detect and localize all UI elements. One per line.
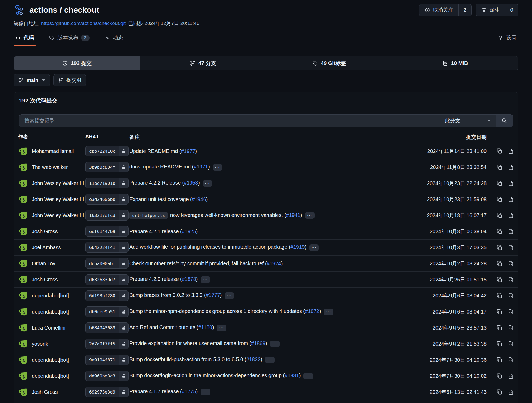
commit-sha-button[interactable]: de5a000abf [85,258,129,269]
tab-settings[interactable]: 设置 [496,31,518,46]
commit-sha-button[interactable]: cbb722410c [85,146,129,156]
fork-button[interactable]: 派生 0 [476,4,518,16]
commit-sha-button[interactable]: db0cee9a51 [85,306,129,317]
copy-sha-button[interactable] [496,196,503,202]
copy-sha-button[interactable] [496,341,503,347]
pr-link[interactable]: #1878 [182,276,196,282]
pr-link[interactable]: #1831 [285,372,299,378]
commit-author-cell[interactable]: Joel Ambass [18,243,85,252]
commit-sha-button[interactable]: dd960bd3c3 [85,371,129,381]
commit-sha-button[interactable]: 6d193bf280 [85,290,129,301]
more-button[interactable]: ··· [217,325,226,331]
commit-author-cell[interactable]: John Wesley Walker III [18,195,85,204]
browse-source-button[interactable] [508,373,514,379]
pr-link[interactable]: #1775 [182,389,196,394]
more-button[interactable]: ··· [324,309,333,315]
commit-author-cell[interactable]: Josh Gross [18,227,85,236]
stat-tags[interactable]: 49 Git标签 [266,56,392,70]
commit-graph-button[interactable]: 提交图 [53,74,86,86]
avatar[interactable] [18,259,28,268]
commit-author-cell[interactable]: Orhan Toy [18,259,85,268]
more-button[interactable]: ··· [270,341,280,347]
browse-source-button[interactable] [508,180,514,186]
stat-commits[interactable]: 192 提交 [14,56,140,70]
unwatch-button[interactable]: 取消关注 2 [419,4,472,16]
browse-source-button[interactable] [508,148,514,154]
browse-source-button[interactable] [508,277,514,283]
browse-source-button[interactable] [508,196,514,202]
copy-sha-button[interactable] [496,277,503,283]
browse-source-button[interactable] [508,212,514,218]
avatar[interactable] [18,275,28,285]
tab-releases[interactable]: 版本发布 2 [47,31,91,46]
stat-branches[interactable]: 47 分支 [140,56,266,70]
commit-author-cell[interactable]: dependabot[bot] [18,291,85,301]
more-button[interactable]: ··· [201,389,210,395]
browse-source-button[interactable] [508,261,514,267]
commit-sha-button[interactable]: 692973e3d9 [85,387,129,397]
pr-link[interactable]: #1953 [184,180,198,186]
more-button[interactable]: ··· [203,180,212,187]
commit-author-cell[interactable]: John Wesley Walker III [18,178,85,188]
avatar[interactable] [18,227,28,236]
search-input[interactable] [19,115,440,127]
pr-link[interactable]: #1977 [181,148,195,154]
copy-sha-button[interactable] [496,180,503,186]
browse-source-button[interactable] [508,389,514,395]
mirror-url-link[interactable]: https://github.com/actions/checkout.git [41,21,126,26]
browse-source-button[interactable] [508,228,514,235]
copy-sha-button[interactable] [496,373,503,379]
avatar[interactable] [18,371,28,381]
commit-sha-button[interactable]: b684943689 [85,322,129,333]
tab-activity[interactable]: 动态 [103,31,125,46]
avatar[interactable] [18,291,28,301]
branch-selector[interactable]: main [14,74,50,86]
avatar[interactable] [18,195,28,204]
commit-sha-button[interactable]: 11bd71901b [85,178,129,188]
copy-sha-button[interactable] [496,228,503,235]
stat-size[interactable]: 10 MiB [392,56,518,70]
more-button[interactable]: ··· [201,276,210,283]
browse-source-button[interactable] [508,245,514,251]
commit-sha-button[interactable]: 9a9194f871 [85,355,129,365]
more-button[interactable]: ··· [213,164,222,171]
forks-count[interactable]: 0 [505,4,518,16]
branch-scope-select[interactable]: 此分支 [440,115,496,127]
copy-sha-button[interactable] [496,261,503,267]
avatar[interactable] [18,355,28,365]
browse-source-button[interactable] [508,164,514,170]
pr-link[interactable]: #1832 [246,356,260,362]
copy-sha-button[interactable] [496,212,503,218]
browse-source-button[interactable] [508,325,514,331]
browse-source-button[interactable] [508,293,514,299]
copy-sha-button[interactable] [496,245,503,251]
commit-author-cell[interactable]: dependabot[bot] [18,307,85,317]
pr-link[interactable]: #1777 [206,292,220,298]
commit-sha-button[interactable]: 3b9b8c884f [85,162,129,172]
copy-sha-button[interactable] [496,309,503,315]
avatar[interactable] [18,387,28,397]
avatar[interactable] [18,339,28,349]
copy-sha-button[interactable] [496,164,503,170]
avatar[interactable] [18,307,28,317]
browse-source-button[interactable] [508,341,514,347]
search-button[interactable] [496,115,513,127]
commit-author-cell[interactable]: dependabot[bot] [18,355,85,365]
browse-source-button[interactable] [508,309,514,315]
copy-sha-button[interactable] [496,389,503,395]
more-button[interactable]: ··· [305,212,315,219]
commit-author-cell[interactable]: The web walker [18,162,85,172]
avatar[interactable] [18,162,28,172]
commit-author-cell[interactable]: Luca Comellini [18,323,85,333]
pr-link[interactable]: #1941 [286,212,300,218]
copy-sha-button[interactable] [496,325,503,331]
pr-link[interactable]: #1971 [194,164,208,170]
copy-sha-button[interactable] [496,357,503,363]
more-button[interactable]: ··· [303,373,313,379]
more-button[interactable]: ··· [309,244,319,251]
more-button[interactable]: ··· [265,357,275,363]
browse-source-button[interactable] [508,357,514,363]
pr-link[interactable]: #1919 [290,244,305,250]
pr-link[interactable]: #1925 [182,228,196,234]
tab-code[interactable]: 代码 [14,31,36,46]
